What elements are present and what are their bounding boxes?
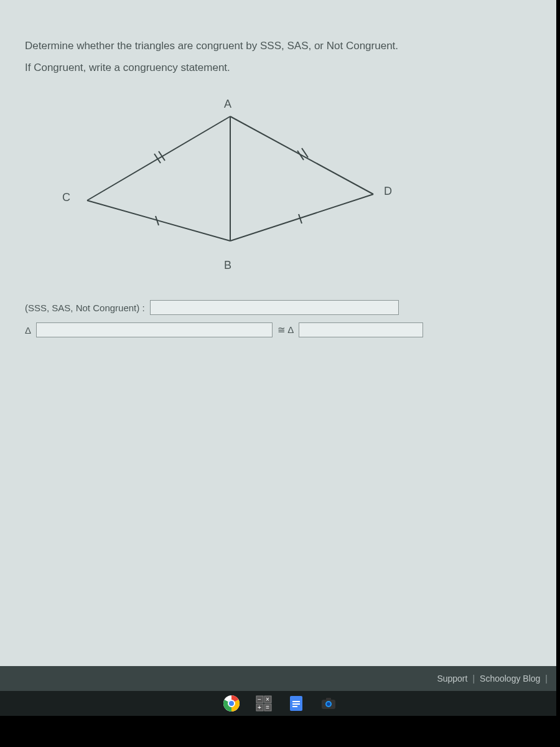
side-bezel: [556, 0, 560, 747]
footer-divider: |: [472, 674, 475, 684]
answer-section: (SSS, SAS, Not Congruent) : Δ ≅ Δ: [25, 300, 535, 337]
docs-icon[interactable]: [286, 693, 306, 713]
svg-rect-24: [292, 703, 300, 705]
camera-icon[interactable]: [319, 693, 338, 713]
support-link[interactable]: Support: [437, 674, 467, 684]
svg-line-1: [230, 116, 373, 194]
congruent-symbol: ≅ Δ: [278, 324, 294, 336]
congruence-type-label: (SSS, SAS, Not Congruent) :: [25, 303, 145, 313]
question-line-1: Determine whether the triangles are cong…: [25, 37, 535, 54]
triangle-symbol-1: Δ: [25, 325, 31, 336]
svg-line-3: [230, 194, 373, 241]
svg-text:×: ×: [266, 696, 269, 703]
svg-line-0: [87, 116, 230, 200]
vertex-d-label: D: [384, 185, 392, 198]
vertex-a-label: A: [224, 98, 231, 111]
triangle-diagram: A B C D: [50, 101, 398, 275]
svg-text:=: =: [266, 704, 269, 711]
question-content: Determine whether the triangles are cong…: [0, 0, 560, 370]
taskbar: − × + =: [0, 691, 560, 716]
schoology-blog-link[interactable]: Schoology Blog: [480, 674, 540, 684]
diagram-svg: [50, 101, 398, 275]
calculator-icon[interactable]: − × + =: [254, 693, 274, 713]
congruence-type-row: (SSS, SAS, Not Congruent) :: [25, 300, 535, 315]
congruence-type-input[interactable]: [150, 300, 399, 315]
svg-point-29: [327, 702, 330, 706]
svg-rect-27: [326, 698, 331, 700]
bottom-bezel: [0, 716, 560, 747]
chrome-icon[interactable]: [222, 693, 241, 713]
svg-text:−: −: [258, 696, 261, 703]
question-text-block: Determine whether the triangles are cong…: [25, 37, 535, 76]
congruency-statement-row: Δ ≅ Δ: [25, 322, 535, 337]
svg-text:+: +: [258, 704, 261, 711]
question-line-2: If Congruent, write a congruency stateme…: [25, 59, 535, 76]
footer-divider-2: |: [545, 674, 548, 684]
svg-point-13: [228, 700, 235, 707]
vertex-b-label: B: [224, 259, 231, 272]
svg-rect-23: [292, 701, 300, 702]
svg-line-2: [87, 200, 230, 241]
svg-rect-25: [292, 706, 297, 707]
footer-bar: Support | Schoology Blog |: [0, 666, 560, 691]
triangle-1-input[interactable]: [36, 322, 273, 337]
vertex-c-label: C: [62, 191, 70, 204]
triangle-2-input[interactable]: [299, 322, 423, 337]
